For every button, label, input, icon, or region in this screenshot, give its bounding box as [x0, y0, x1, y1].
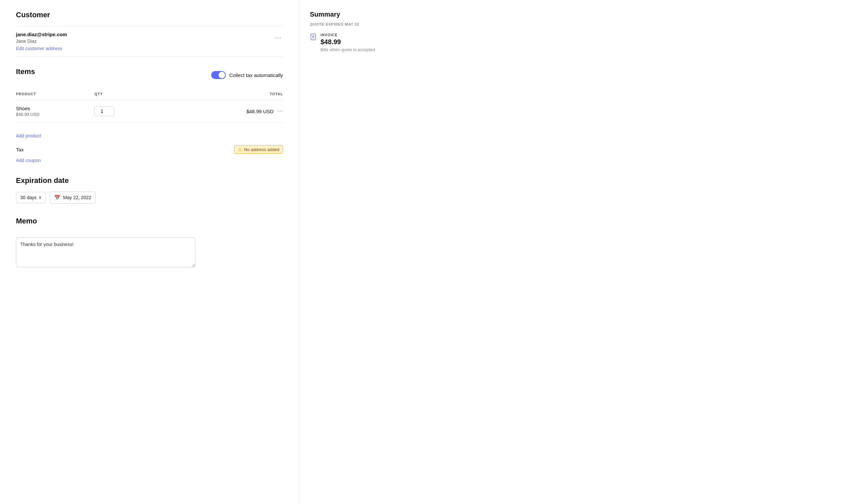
collect-tax-toggle[interactable] — [211, 71, 226, 79]
add-product-link[interactable]: Add product — [16, 133, 41, 139]
summary-sidebar: Summary QUOTE EXPIRES MAY 22 INVOICE $48… — [299, 0, 399, 504]
invoice-card: INVOICE $48.99 Bills when quote is accep… — [310, 33, 388, 52]
items-header: Items Collect tax automatically — [16, 67, 283, 83]
invoice-icon — [310, 34, 317, 42]
invoice-label: INVOICE — [320, 33, 375, 37]
tax-coupon-section: Tax ⚠ No address added Add coupon — [16, 141, 283, 163]
qty-column-header: QTY — [94, 89, 161, 100]
row-total: $48.99 USD — [246, 109, 274, 114]
product-column-header: PRODUCT — [16, 89, 94, 100]
memo-textarea[interactable]: Thanks for your business! — [16, 237, 195, 267]
summary-title: Summary — [310, 11, 388, 18]
no-address-badge: ⚠ No address added — [234, 145, 283, 154]
date-picker[interactable]: 📅 May 22, 2022 — [50, 192, 96, 203]
customer-card: jane.diaz@stripe.com Jane Diaz Edit cust… — [16, 26, 283, 57]
qty-input[interactable] — [94, 106, 114, 116]
edit-customer-address-link[interactable]: Edit customer address — [16, 46, 62, 51]
date-value: May 22, 2022 — [63, 195, 91, 200]
product-name: Shoes — [16, 106, 94, 111]
memo-section: Memo Thanks for your business! — [16, 217, 283, 268]
add-coupon-link[interactable]: Add coupon — [16, 158, 41, 163]
expiration-section-title: Expiration date — [16, 176, 283, 185]
total-column-header: TOTAL — [161, 89, 283, 100]
customer-info: jane.diaz@stripe.com Jane Diaz Edit cust… — [16, 32, 67, 51]
product-price: $48.99 USD — [16, 112, 94, 117]
expiration-section: Expiration date 30 days ⬍ 📅 May 22, 2022 — [16, 176, 283, 203]
quote-expires-label: QUOTE EXPIRES MAY 22 — [310, 22, 388, 26]
customer-name: Jane Diaz — [16, 38, 67, 44]
tax-row: Tax ⚠ No address added — [16, 141, 283, 158]
customer-more-options-button[interactable]: ... — [273, 32, 283, 41]
invoice-note: Bills when quote is accepted — [320, 47, 375, 52]
table-row: Shoes $48.99 USD $48.99 USD ··· — [16, 100, 283, 123]
tax-label: Tax — [16, 147, 23, 152]
no-address-text: No address added — [244, 147, 279, 152]
customer-email: jane.diaz@stripe.com — [16, 32, 67, 37]
days-select[interactable]: 30 days ⬍ — [16, 192, 46, 203]
invoice-details: INVOICE $48.99 Bills when quote is accep… — [320, 33, 375, 52]
calendar-icon: 📅 — [54, 195, 60, 200]
items-table: PRODUCT QTY TOTAL Shoes $48.99 USD — [16, 89, 283, 123]
expiration-controls: 30 days ⬍ 📅 May 22, 2022 — [16, 192, 283, 203]
collect-tax-label: Collect tax automatically — [229, 72, 283, 78]
collect-tax-control: Collect tax automatically — [211, 71, 283, 79]
chevron-up-down-icon: ⬍ — [38, 196, 41, 200]
items-section-title: Items — [16, 67, 35, 76]
row-more-options-button[interactable]: ··· — [278, 108, 283, 114]
days-value: 30 days — [20, 195, 37, 200]
invoice-amount: $48.99 — [320, 38, 375, 46]
warning-icon: ⚠ — [238, 147, 242, 152]
customer-section-title: Customer — [16, 11, 283, 19]
memo-section-title: Memo — [16, 217, 283, 226]
